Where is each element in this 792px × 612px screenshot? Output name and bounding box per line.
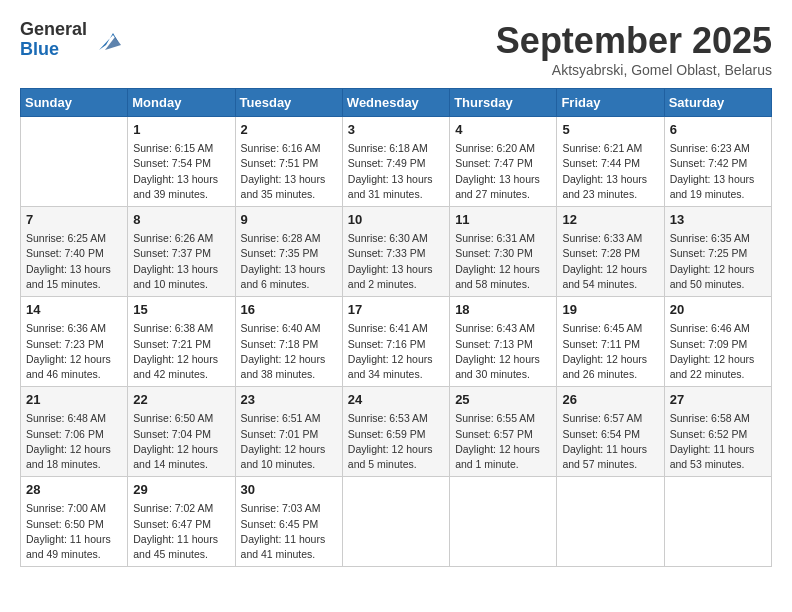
day-cell: 24Sunrise: 6:53 AM Sunset: 6:59 PM Dayli… (342, 387, 449, 477)
day-cell: 30Sunrise: 7:03 AM Sunset: 6:45 PM Dayli… (235, 477, 342, 567)
day-number: 8 (133, 211, 229, 229)
day-cell: 9Sunrise: 6:28 AM Sunset: 7:35 PM Daylig… (235, 207, 342, 297)
day-cell: 8Sunrise: 6:26 AM Sunset: 7:37 PM Daylig… (128, 207, 235, 297)
day-number: 29 (133, 481, 229, 499)
day-cell: 7Sunrise: 6:25 AM Sunset: 7:40 PM Daylig… (21, 207, 128, 297)
week-row-2: 7Sunrise: 6:25 AM Sunset: 7:40 PM Daylig… (21, 207, 772, 297)
logo: General Blue (20, 20, 121, 60)
day-number: 12 (562, 211, 658, 229)
weekday-header-tuesday: Tuesday (235, 89, 342, 117)
day-info: Sunrise: 6:36 AM Sunset: 7:23 PM Dayligh… (26, 321, 122, 382)
day-cell: 19Sunrise: 6:45 AM Sunset: 7:11 PM Dayli… (557, 297, 664, 387)
calendar-table: SundayMondayTuesdayWednesdayThursdayFrid… (20, 88, 772, 567)
logo-blue-text: Blue (20, 40, 87, 60)
day-info: Sunrise: 6:50 AM Sunset: 7:04 PM Dayligh… (133, 411, 229, 472)
day-number: 28 (26, 481, 122, 499)
week-row-5: 28Sunrise: 7:00 AM Sunset: 6:50 PM Dayli… (21, 477, 772, 567)
day-info: Sunrise: 6:26 AM Sunset: 7:37 PM Dayligh… (133, 231, 229, 292)
day-cell: 12Sunrise: 6:33 AM Sunset: 7:28 PM Dayli… (557, 207, 664, 297)
day-info: Sunrise: 6:18 AM Sunset: 7:49 PM Dayligh… (348, 141, 444, 202)
day-number: 14 (26, 301, 122, 319)
day-number: 21 (26, 391, 122, 409)
weekday-header-friday: Friday (557, 89, 664, 117)
day-cell: 5Sunrise: 6:21 AM Sunset: 7:44 PM Daylig… (557, 117, 664, 207)
day-cell: 16Sunrise: 6:40 AM Sunset: 7:18 PM Dayli… (235, 297, 342, 387)
day-number: 7 (26, 211, 122, 229)
weekday-header-wednesday: Wednesday (342, 89, 449, 117)
day-info: Sunrise: 6:28 AM Sunset: 7:35 PM Dayligh… (241, 231, 337, 292)
day-number: 22 (133, 391, 229, 409)
day-info: Sunrise: 6:38 AM Sunset: 7:21 PM Dayligh… (133, 321, 229, 382)
day-cell: 14Sunrise: 6:36 AM Sunset: 7:23 PM Dayli… (21, 297, 128, 387)
day-info: Sunrise: 6:25 AM Sunset: 7:40 PM Dayligh… (26, 231, 122, 292)
weekday-header-row: SundayMondayTuesdayWednesdayThursdayFrid… (21, 89, 772, 117)
day-cell: 6Sunrise: 6:23 AM Sunset: 7:42 PM Daylig… (664, 117, 771, 207)
title-area: September 2025 Aktsyabrski, Gomel Oblast… (496, 20, 772, 78)
day-number: 27 (670, 391, 766, 409)
logo-general-text: General (20, 20, 87, 40)
day-number: 24 (348, 391, 444, 409)
day-number: 3 (348, 121, 444, 139)
day-cell: 13Sunrise: 6:35 AM Sunset: 7:25 PM Dayli… (664, 207, 771, 297)
day-cell: 28Sunrise: 7:00 AM Sunset: 6:50 PM Dayli… (21, 477, 128, 567)
day-number: 15 (133, 301, 229, 319)
weekday-header-sunday: Sunday (21, 89, 128, 117)
day-info: Sunrise: 6:16 AM Sunset: 7:51 PM Dayligh… (241, 141, 337, 202)
day-cell: 23Sunrise: 6:51 AM Sunset: 7:01 PM Dayli… (235, 387, 342, 477)
day-cell: 20Sunrise: 6:46 AM Sunset: 7:09 PM Dayli… (664, 297, 771, 387)
day-info: Sunrise: 6:55 AM Sunset: 6:57 PM Dayligh… (455, 411, 551, 472)
day-cell: 1Sunrise: 6:15 AM Sunset: 7:54 PM Daylig… (128, 117, 235, 207)
day-number: 17 (348, 301, 444, 319)
day-cell (664, 477, 771, 567)
day-cell: 17Sunrise: 6:41 AM Sunset: 7:16 PM Dayli… (342, 297, 449, 387)
day-number: 1 (133, 121, 229, 139)
day-info: Sunrise: 6:41 AM Sunset: 7:16 PM Dayligh… (348, 321, 444, 382)
day-info: Sunrise: 7:02 AM Sunset: 6:47 PM Dayligh… (133, 501, 229, 562)
day-info: Sunrise: 6:20 AM Sunset: 7:47 PM Dayligh… (455, 141, 551, 202)
weekday-header-thursday: Thursday (450, 89, 557, 117)
day-number: 2 (241, 121, 337, 139)
day-info: Sunrise: 6:23 AM Sunset: 7:42 PM Dayligh… (670, 141, 766, 202)
day-cell: 22Sunrise: 6:50 AM Sunset: 7:04 PM Dayli… (128, 387, 235, 477)
day-info: Sunrise: 6:48 AM Sunset: 7:06 PM Dayligh… (26, 411, 122, 472)
day-info: Sunrise: 6:40 AM Sunset: 7:18 PM Dayligh… (241, 321, 337, 382)
day-cell (342, 477, 449, 567)
day-info: Sunrise: 6:57 AM Sunset: 6:54 PM Dayligh… (562, 411, 658, 472)
day-info: Sunrise: 6:15 AM Sunset: 7:54 PM Dayligh… (133, 141, 229, 202)
day-cell (557, 477, 664, 567)
day-number: 25 (455, 391, 551, 409)
page-header: General Blue September 2025 Aktsyabrski,… (20, 20, 772, 78)
day-number: 6 (670, 121, 766, 139)
day-cell (21, 117, 128, 207)
day-cell: 11Sunrise: 6:31 AM Sunset: 7:30 PM Dayli… (450, 207, 557, 297)
day-cell: 27Sunrise: 6:58 AM Sunset: 6:52 PM Dayli… (664, 387, 771, 477)
logo-icon (91, 25, 121, 55)
day-cell: 21Sunrise: 6:48 AM Sunset: 7:06 PM Dayli… (21, 387, 128, 477)
day-number: 10 (348, 211, 444, 229)
day-info: Sunrise: 7:03 AM Sunset: 6:45 PM Dayligh… (241, 501, 337, 562)
day-number: 30 (241, 481, 337, 499)
day-number: 26 (562, 391, 658, 409)
day-number: 23 (241, 391, 337, 409)
day-info: Sunrise: 6:33 AM Sunset: 7:28 PM Dayligh… (562, 231, 658, 292)
location-subtitle: Aktsyabrski, Gomel Oblast, Belarus (496, 62, 772, 78)
day-info: Sunrise: 6:30 AM Sunset: 7:33 PM Dayligh… (348, 231, 444, 292)
month-title: September 2025 (496, 20, 772, 62)
day-info: Sunrise: 6:46 AM Sunset: 7:09 PM Dayligh… (670, 321, 766, 382)
day-info: Sunrise: 6:21 AM Sunset: 7:44 PM Dayligh… (562, 141, 658, 202)
week-row-3: 14Sunrise: 6:36 AM Sunset: 7:23 PM Dayli… (21, 297, 772, 387)
day-number: 19 (562, 301, 658, 319)
week-row-1: 1Sunrise: 6:15 AM Sunset: 7:54 PM Daylig… (21, 117, 772, 207)
day-cell (450, 477, 557, 567)
day-number: 5 (562, 121, 658, 139)
day-info: Sunrise: 7:00 AM Sunset: 6:50 PM Dayligh… (26, 501, 122, 562)
day-cell: 26Sunrise: 6:57 AM Sunset: 6:54 PM Dayli… (557, 387, 664, 477)
day-number: 20 (670, 301, 766, 319)
day-cell: 29Sunrise: 7:02 AM Sunset: 6:47 PM Dayli… (128, 477, 235, 567)
svg-marker-1 (105, 37, 121, 50)
day-number: 4 (455, 121, 551, 139)
day-cell: 18Sunrise: 6:43 AM Sunset: 7:13 PM Dayli… (450, 297, 557, 387)
day-info: Sunrise: 6:53 AM Sunset: 6:59 PM Dayligh… (348, 411, 444, 472)
day-info: Sunrise: 6:58 AM Sunset: 6:52 PM Dayligh… (670, 411, 766, 472)
day-info: Sunrise: 6:51 AM Sunset: 7:01 PM Dayligh… (241, 411, 337, 472)
